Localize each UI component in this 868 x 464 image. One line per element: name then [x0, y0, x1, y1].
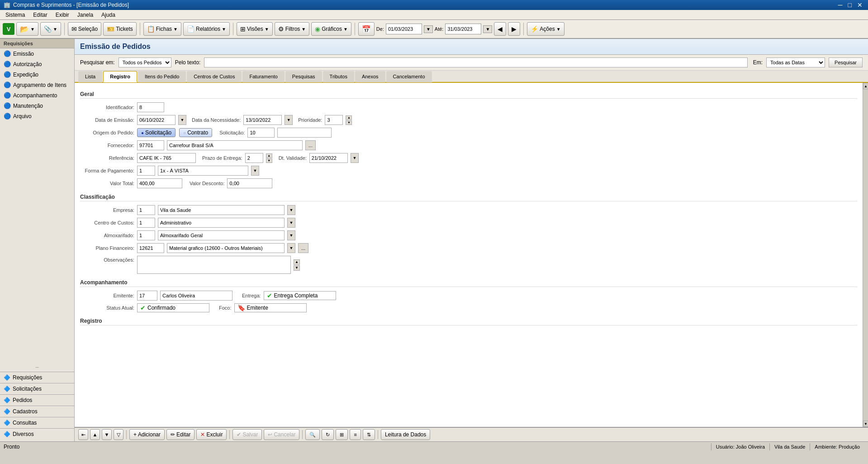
radio-contrato[interactable]: ○ Contrato [179, 128, 212, 137]
de-date-dropdown[interactable]: ▼ [424, 25, 433, 33]
sidebar-item-solicitacoes[interactable]: 🔷 Solicitações [0, 383, 74, 394]
solicitacao-input[interactable] [247, 128, 275, 138]
prioridade-up[interactable]: ▲ [346, 115, 352, 120]
sidebar-item-requisicoes[interactable]: 🔷 Requisições [0, 372, 74, 383]
almoxarifado-code[interactable] [137, 230, 155, 240]
fornecedor-name-input[interactable] [167, 140, 303, 150]
close-button[interactable]: ✕ [855, 1, 864, 9]
plano-financeiro-ellipsis[interactable]: ... [298, 243, 308, 253]
sidebar-item-autorizacao[interactable]: 🔵 Autorização [0, 59, 74, 69]
tab-itens[interactable]: Itens do Pedido [138, 71, 186, 82]
tab-lista[interactable]: Lista [78, 71, 102, 82]
scroll-down-arrow[interactable]: ▼ [863, 421, 868, 427]
dt-validade-dropdown[interactable]: ▼ [351, 153, 359, 163]
plano-financeiro-dropdown[interactable]: ▼ [287, 243, 295, 253]
prazo-entrega-input[interactable] [245, 153, 263, 163]
menu-editar[interactable]: Editar [29, 11, 51, 19]
search-icon-btn[interactable]: 🔍 [305, 429, 320, 440]
tab-faturamento[interactable]: Faturamento [242, 71, 284, 82]
toolbar-open-button[interactable]: 📂 ▼ [16, 22, 38, 36]
data-emissao-dropdown[interactable]: ▼ [178, 115, 186, 125]
plano-financeiro-code[interactable] [137, 243, 164, 253]
fornecedor-ellipsis[interactable]: ... [305, 140, 316, 150]
identificador-input[interactable] [137, 102, 164, 112]
prazo-down[interactable]: ▼ [266, 158, 272, 163]
tab-cancelamento[interactable]: Cancelamento [386, 71, 432, 82]
sidebar-item-agrupamento[interactable]: 🔵 Agrupamento de Itens [0, 80, 74, 90]
fornecedor-code-input[interactable] [137, 140, 164, 150]
tab-pesquisas[interactable]: Pesquisas [285, 71, 322, 82]
prioridade-input[interactable] [325, 115, 343, 125]
menu-sistema[interactable]: Sistema [2, 11, 28, 19]
dt-validade-input[interactable] [309, 153, 348, 163]
refresh-button[interactable]: ↻ [322, 429, 334, 440]
empresa-name[interactable] [158, 205, 285, 215]
leitura-dados-button[interactable]: Leitura de Dados [381, 429, 430, 440]
tab-tributos[interactable]: Tributos [323, 71, 354, 82]
list-button[interactable]: ≡ [350, 429, 360, 440]
menu-ajuda[interactable]: Ajuda [98, 11, 119, 19]
sidebar-item-diversos[interactable]: 🔷 Diversos [0, 428, 74, 440]
tab-registro[interactable]: Registro [103, 71, 137, 82]
toolbar-selecao-button[interactable]: ✉ Seleção [68, 22, 101, 36]
sidebar-item-expedicao[interactable]: 🔵 Expedição [0, 69, 74, 80]
toolbar-tickets-button[interactable]: 🎫 Tickets [103, 22, 137, 36]
toolbar-visoes-button[interactable]: ⊞ Visões ▼ [237, 22, 273, 36]
nav-first-button[interactable]: ⇤ [78, 429, 88, 440]
solicitacao-extra[interactable] [277, 128, 332, 138]
pesquisar-em-select[interactable]: Todos os Pedidos [119, 57, 171, 67]
pesquisar-button[interactable]: Pesquisar [829, 57, 863, 67]
referencia-input[interactable] [137, 153, 196, 163]
prioridade-down[interactable]: ▼ [346, 120, 352, 125]
ate-date-input[interactable] [445, 24, 481, 34]
sidebar-item-arquivo[interactable]: 🔵 Arquivo [0, 111, 74, 121]
menu-exibir[interactable]: Exibir [52, 11, 73, 19]
tab-anexos[interactable]: Anexos [355, 71, 385, 82]
emitente-name[interactable] [160, 291, 232, 301]
sidebar-item-emissao[interactable]: 🔵 Emissão [0, 48, 74, 59]
prazo-spinner[interactable]: ▲ ▼ [266, 153, 272, 163]
nav-prev-prev-button[interactable]: ▲ [90, 429, 100, 440]
emitente-code[interactable] [137, 291, 157, 301]
nav-next-button[interactable]: ▽ [114, 429, 123, 440]
obs-scroll-up[interactable]: ▲ [294, 259, 300, 265]
sidebar-item-acompanhamento[interactable]: 🔵 Acompanhamento [0, 90, 74, 100]
de-date-input[interactable] [386, 24, 422, 34]
toolbar-relatorios-button[interactable]: 📄 Relatórios ▼ [183, 22, 230, 36]
empresa-code[interactable] [137, 205, 155, 215]
nav-prev-button[interactable]: ▼ [102, 429, 112, 440]
cancelar-button[interactable]: ↩ Cancelar [264, 429, 299, 440]
minimize-button[interactable]: ─ [836, 1, 844, 9]
sidebar-item-pedidos[interactable]: 🔷 Pedidos [0, 394, 74, 406]
sidebar-item-consultas[interactable]: 🔷 Consultas [0, 417, 74, 428]
centro-custos-name[interactable] [158, 218, 285, 228]
adicionar-button[interactable]: + Adicionar [129, 429, 165, 440]
centro-custos-dropdown[interactable]: ▼ [287, 218, 295, 228]
toolbar-graficos-button[interactable]: ◉ Gráficos ▼ [311, 22, 351, 36]
centro-custos-code[interactable] [137, 218, 155, 228]
tab-centros[interactable]: Centros de Custos [187, 71, 242, 82]
prioridade-spinner[interactable]: ▲ ▼ [346, 115, 352, 125]
menu-janela[interactable]: Janela [74, 11, 97, 19]
excluir-button[interactable]: ✕ Excluir [196, 429, 227, 440]
almoxarifado-name[interactable] [158, 230, 285, 240]
forma-pagamento-code[interactable] [137, 166, 155, 176]
toolbar-nav-left[interactable]: ◀ [494, 22, 506, 36]
data-necessidade-input[interactable] [243, 115, 282, 125]
empresa-dropdown[interactable]: ▼ [287, 205, 295, 215]
forma-pagamento-dropdown[interactable]: ▼ [251, 166, 259, 176]
toolbar-calendar-button[interactable]: 📅 [358, 22, 375, 36]
plano-financeiro-name[interactable] [167, 243, 285, 253]
sidebar-item-manutencao[interactable]: 🔵 Manutenção [0, 100, 74, 111]
toolbar-filtros-button[interactable]: ⚙ Filtros ▼ [275, 22, 310, 36]
valor-desconto-input[interactable] [227, 178, 272, 188]
obs-scroll-down[interactable]: ▼ [294, 265, 300, 271]
prazo-up[interactable]: ▲ [266, 153, 272, 158]
grid-button[interactable]: ⊞ [336, 429, 348, 440]
editar-button[interactable]: ✏ Editar [166, 429, 194, 440]
toolbar-fichas-button[interactable]: 📋 Fichas ▼ [143, 22, 181, 36]
sidebar-item-cadastros[interactable]: 🔷 Cadastros [0, 406, 74, 417]
sort-button[interactable]: ⇅ [363, 429, 375, 440]
data-necessidade-dropdown[interactable]: ▼ [285, 115, 293, 125]
toolbar-attach-button[interactable]: 📎 ▼ [40, 22, 61, 36]
